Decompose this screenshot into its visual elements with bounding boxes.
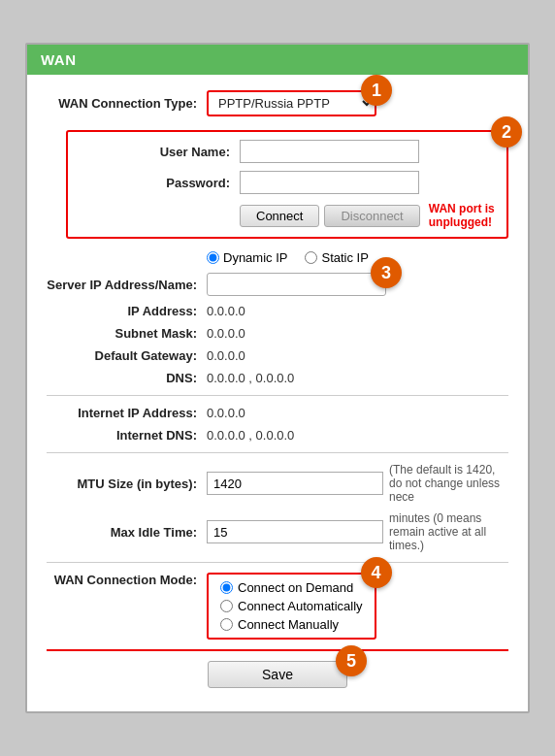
ip-type-row: Dynamic IP Static IP bbox=[47, 250, 508, 265]
internet-ip-row: Internet IP Address: 0.0.0.0 bbox=[47, 406, 508, 420]
credentials-section: 2 User Name: Password: Connect Disconnec… bbox=[66, 130, 508, 239]
password-label: Password: bbox=[80, 176, 240, 190]
window-title: WAN bbox=[41, 51, 77, 68]
mtu-label: MTU Size (in bytes): bbox=[47, 477, 207, 491]
max-idle-note: minutes (0 means remain active at all ti… bbox=[389, 511, 508, 552]
internet-dns-label: Internet DNS: bbox=[47, 428, 207, 443]
wan-mode-wrapper: Connect on Demand Connect Automatically … bbox=[207, 573, 376, 640]
step-3-circle: 3 bbox=[371, 257, 402, 288]
connect-manually-radio[interactable] bbox=[220, 618, 233, 631]
gateway-row: Default Gateway: 0.0.0.0 bbox=[47, 348, 508, 363]
connect-row: Connect Disconnect WAN port is unplugged… bbox=[80, 202, 495, 229]
connect-manually-label[interactable]: Connect Manually bbox=[220, 617, 363, 632]
wan-mode-section: WAN Connection Mode: Connect on Demand C… bbox=[47, 573, 508, 640]
max-idle-row: Max Idle Time: 15 minutes (0 means remai… bbox=[47, 511, 508, 552]
internet-dns-row: Internet DNS: 0.0.0.0 , 0.0.0.0 bbox=[47, 428, 508, 443]
static-ip-label[interactable]: Static IP bbox=[305, 250, 368, 265]
max-idle-input[interactable]: 15 bbox=[207, 520, 383, 543]
max-idle-label: Max Idle Time: bbox=[47, 525, 207, 540]
dns-value: 0.0.0.0 , 0.0.0.0 bbox=[207, 371, 294, 385]
connect-on-demand-radio[interactable] bbox=[220, 581, 233, 594]
step-1-circle: 1 bbox=[361, 75, 392, 106]
dynamic-ip-label[interactable]: Dynamic IP bbox=[207, 250, 287, 265]
server-ip-input[interactable] bbox=[207, 273, 386, 296]
subnet-label: Subnet Mask: bbox=[47, 326, 207, 341]
subnet-row: Subnet Mask: 0.0.0.0 bbox=[47, 326, 508, 341]
password-input[interactable] bbox=[240, 171, 419, 194]
connect-automatically-label[interactable]: Connect Automatically bbox=[220, 599, 363, 613]
content-area: WAN Connection Type: PPTP/Russia PPTP Dy… bbox=[27, 75, 528, 711]
window-header: WAN bbox=[27, 45, 528, 75]
step-5-circle: 5 bbox=[336, 645, 367, 676]
gateway-value: 0.0.0.0 bbox=[207, 348, 245, 363]
ip-address-row: IP Address: 0.0.0.0 bbox=[47, 304, 508, 318]
internet-ip-value: 0.0.0.0 bbox=[207, 406, 245, 420]
step-2-circle: 2 bbox=[491, 116, 522, 148]
step-4-circle: 4 bbox=[361, 557, 392, 588]
wan-settings-window: WAN WAN Connection Type: PPTP/Russia PPT… bbox=[25, 43, 530, 713]
subnet-value: 0.0.0.0 bbox=[207, 326, 245, 341]
gateway-label: Default Gateway: bbox=[47, 348, 207, 363]
wan-port-warning: WAN port is unplugged! bbox=[429, 202, 495, 229]
server-ip-label: Server IP Address/Name: bbox=[47, 278, 207, 292]
wan-type-row: WAN Connection Type: PPTP/Russia PPTP Dy… bbox=[47, 90, 508, 116]
save-wrapper: Save 5 bbox=[208, 661, 347, 688]
dns-label: DNS: bbox=[47, 371, 207, 385]
connect-button[interactable]: Connect bbox=[240, 205, 319, 227]
wan-mode-label: WAN Connection Mode: bbox=[47, 573, 207, 587]
server-ip-wrapper: 3 bbox=[207, 273, 386, 296]
divider-2 bbox=[47, 452, 508, 453]
username-input[interactable] bbox=[240, 140, 419, 163]
save-section: Save 5 bbox=[47, 649, 508, 696]
ip-address-value: 0.0.0.0 bbox=[207, 304, 245, 318]
username-row: User Name: bbox=[80, 140, 495, 163]
disconnect-button[interactable]: Disconnect bbox=[324, 205, 419, 227]
ip-address-label: IP Address: bbox=[47, 304, 207, 318]
divider-3 bbox=[47, 562, 508, 563]
wan-type-wrapper: PPTP/Russia PPTP Dynamic IP Static IP PP… bbox=[207, 90, 376, 116]
dynamic-ip-radio[interactable] bbox=[207, 251, 219, 264]
wan-type-select[interactable]: PPTP/Russia PPTP Dynamic IP Static IP PP… bbox=[207, 90, 376, 116]
password-row: Password: bbox=[80, 171, 495, 194]
wan-mode-options: Connect on Demand Connect Automatically … bbox=[207, 573, 376, 640]
internet-ip-label: Internet IP Address: bbox=[47, 406, 207, 420]
connect-on-demand-label[interactable]: Connect on Demand bbox=[220, 580, 363, 595]
static-ip-radio[interactable] bbox=[305, 251, 317, 264]
username-label: User Name: bbox=[80, 145, 240, 159]
connect-automatically-radio[interactable] bbox=[220, 600, 233, 612]
save-button[interactable]: Save bbox=[208, 661, 347, 688]
divider-1 bbox=[47, 395, 508, 396]
mtu-input[interactable]: 1420 bbox=[207, 472, 383, 495]
wan-type-label: WAN Connection Type: bbox=[47, 96, 207, 111]
mtu-row: MTU Size (in bytes): 1420 (The default i… bbox=[47, 463, 508, 504]
server-ip-row: Server IP Address/Name: 3 bbox=[47, 273, 508, 296]
mtu-note: (The default is 1420, do not change unle… bbox=[389, 463, 508, 504]
dns-row: DNS: 0.0.0.0 , 0.0.0.0 bbox=[47, 371, 508, 385]
internet-dns-value: 0.0.0.0 , 0.0.0.0 bbox=[207, 428, 294, 443]
